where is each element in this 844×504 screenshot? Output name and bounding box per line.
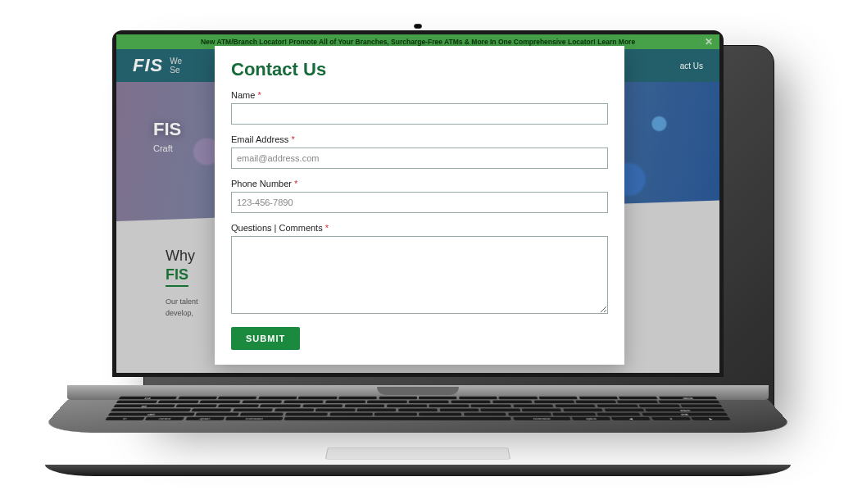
modal-title: Contact Us [231,59,608,80]
phone-label: Phone Number * [231,179,608,188]
keyboard-row-a: return [111,408,725,411]
comments-textarea[interactable] [231,236,608,314]
laptop-screen: New ATM/Branch Locator! Promote All of Y… [112,30,724,377]
name-input[interactable] [231,103,608,125]
keyboard: escdelete tab return shiftshift fn contr… [98,395,739,422]
keyboard-row-fn: escdelete [119,397,718,400]
email-input[interactable] [231,148,608,169]
phone-input[interactable] [231,192,608,213]
submit-button[interactable]: SUBMIT [231,327,300,350]
keyboard-row-bottom: fn control option command command option… [105,417,731,420]
email-label: Email Address * [231,134,608,144]
laptop-front-edge [45,465,791,476]
trackpad [325,447,511,460]
name-label: Name * [231,90,608,100]
keyboard-row-q: tab [113,404,723,407]
laptop-notch [377,387,459,395]
comments-label: Questions | Comments * [231,223,608,233]
keyboard-row-num [116,400,719,403]
contact-modal: Contact Us Name * Email Address * Phone … [215,46,624,365]
webcam-icon [414,24,422,29]
screen-content: New ATM/Branch Locator! Promote All of Y… [116,34,719,373]
keyboard-row-z: shiftshift [108,412,728,415]
